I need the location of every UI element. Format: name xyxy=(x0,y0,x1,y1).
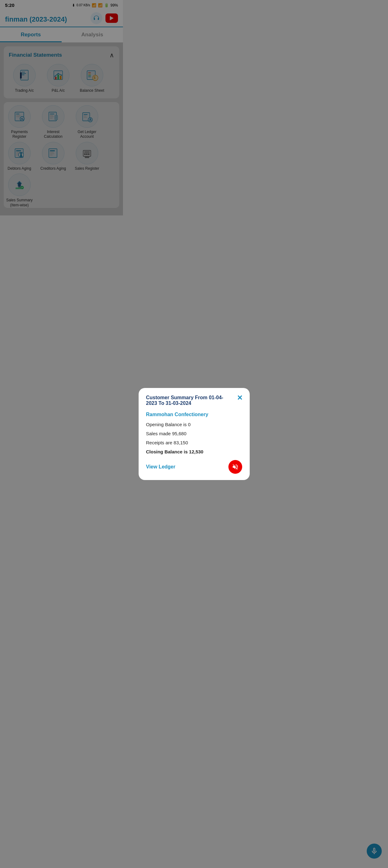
overlay-backdrop: ✕ Customer Summary From 01-04-2023 To 31… xyxy=(0,0,123,275)
